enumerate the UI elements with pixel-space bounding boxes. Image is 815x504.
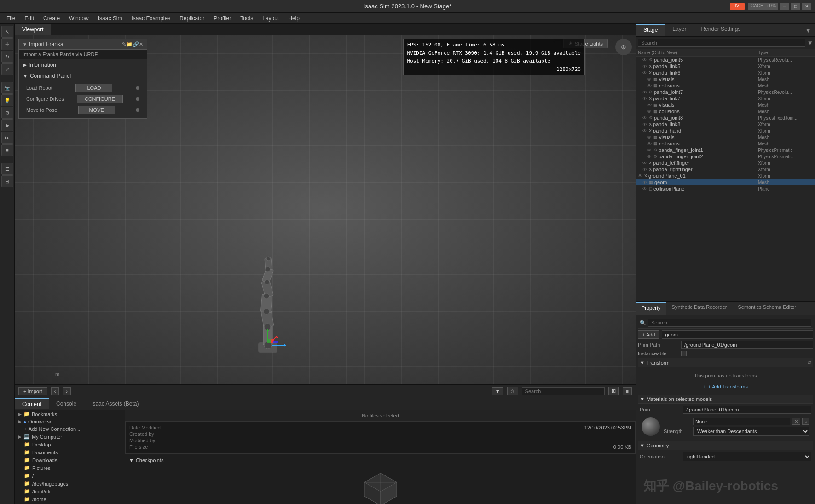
physics-btn[interactable]: ⚙ bbox=[1, 107, 13, 119]
information-header[interactable]: ▶ Information bbox=[19, 60, 147, 70]
stage-item-ground-plane[interactable]: 👁 XgroundPlane_01 Xform bbox=[636, 173, 815, 179]
viewport-tab[interactable]: Viewport bbox=[15, 24, 51, 35]
move-tool-btn[interactable]: ✛ bbox=[1, 38, 13, 50]
documents-item[interactable]: 📁Documents bbox=[15, 448, 125, 456]
instanceable-checkbox[interactable] bbox=[681, 351, 687, 356]
content-tab[interactable]: Content bbox=[15, 398, 49, 409]
play-btn[interactable]: ▶ bbox=[1, 119, 13, 131]
load-robot-btn[interactable]: LOAD bbox=[75, 84, 112, 92]
select-tool-btn[interactable]: ↖ bbox=[1, 26, 13, 38]
viewport[interactable]: ☀ Stage Lights ⊕ FPS: 152.08, Frame time… bbox=[15, 35, 636, 384]
stop-btn[interactable]: ■ bbox=[1, 144, 13, 156]
import-franka-close-btn[interactable]: ✕ bbox=[139, 41, 143, 47]
stage-item-collisions-3[interactable]: 👁 ▦collisions Mesh bbox=[636, 140, 815, 147]
geometry-section-header[interactable]: ▼ Geometry bbox=[638, 441, 813, 450]
boot-efi-item[interactable]: 📁/boot/efi bbox=[15, 487, 125, 495]
stage-item-panda-link5[interactable]: 👁 Xpanda_link5 Xform bbox=[636, 63, 815, 70]
extra-btn2[interactable]: ⊞ bbox=[1, 175, 13, 187]
stage-item-visuals-1[interactable]: 👁 ▦visuals Mesh bbox=[636, 76, 815, 82]
scale-tool-btn[interactable]: ⤢ bbox=[1, 63, 13, 75]
import-franka-link-btn[interactable]: 🔗 bbox=[133, 41, 139, 47]
stage-item-panda-rightfinger[interactable]: 👁 Xpanda_rightfinger Xform bbox=[636, 166, 815, 173]
filter-btn[interactable]: ▼ bbox=[492, 387, 503, 395]
stage-item-visuals-3[interactable]: 👁 ▦visuals Mesh bbox=[636, 134, 815, 140]
maximize-btn[interactable]: □ bbox=[791, 3, 800, 10]
mat-reset-btn[interactable]: ✕ bbox=[792, 418, 800, 425]
isaac-assets-tab[interactable]: Isaac Assets (Beta) bbox=[84, 399, 146, 409]
menu-create[interactable]: Create bbox=[39, 14, 64, 23]
import-btn[interactable]: + Import bbox=[18, 387, 47, 395]
stage-item-panda-joint5[interactable]: 👁 ⚙panda_joint5 PhysicsRevolu... bbox=[636, 57, 815, 63]
stage-filter-btn[interactable]: ▼ bbox=[801, 24, 815, 36]
stage-item-panda-link8[interactable]: 👁 Xpanda_link8 Xform bbox=[636, 121, 815, 127]
configure-drives-dot[interactable] bbox=[136, 97, 139, 101]
camera-btn[interactable]: 📷 bbox=[1, 82, 13, 94]
stage-item-panda-link6[interactable]: 👁 Xpanda_link6 Xform bbox=[636, 70, 815, 76]
property-tab[interactable]: Property bbox=[636, 302, 666, 315]
bookmarks-item[interactable]: ▶ 📁 Bookmarks bbox=[15, 410, 125, 418]
content-list-btn[interactable]: ≡ bbox=[623, 387, 632, 395]
bookmark-btn[interactable]: ☆ bbox=[507, 387, 518, 395]
synthetic-data-tab[interactable]: Synthetic Data Recorder bbox=[666, 302, 733, 315]
move-to-pose-btn[interactable]: MOVE bbox=[78, 106, 115, 114]
add-schema-btn[interactable]: + Add bbox=[638, 330, 659, 339]
stage-search-input[interactable] bbox=[638, 39, 805, 47]
semantics-tab[interactable]: Semantics Schema Editor bbox=[732, 302, 802, 315]
load-robot-dot[interactable] bbox=[136, 86, 139, 90]
omniverse-item[interactable]: ▶ ● Omniverse bbox=[15, 418, 125, 425]
transform-section-header[interactable]: ▼ Transform ⧉ bbox=[638, 358, 813, 367]
menu-window[interactable]: Window bbox=[64, 14, 93, 23]
extra-btn1[interactable]: ☰ bbox=[1, 163, 13, 175]
stage-item-panda-joint7[interactable]: 👁 ⚙panda_joint7 PhysicsRevolu... bbox=[636, 89, 815, 95]
stage-item-collision-plane[interactable]: 👁 ◻collisionPlane Plane bbox=[636, 185, 815, 192]
mat-open-btn[interactable]: ○ bbox=[802, 418, 809, 425]
step-btn[interactable]: ⏭ bbox=[1, 132, 13, 144]
hugepages-item[interactable]: 📁/dev/hugepages bbox=[15, 480, 125, 487]
render-settings-tab[interactable]: Render Settings bbox=[694, 24, 748, 36]
transform-copy-btn[interactable]: ⧉ bbox=[808, 359, 811, 365]
stage-tab[interactable]: Stage bbox=[636, 24, 665, 36]
menu-isaac-examples[interactable]: Isaac Examples bbox=[127, 14, 175, 23]
configure-drives-btn[interactable]: CONFIGURE bbox=[77, 95, 123, 103]
checkpoints-header[interactable]: ▼ Checkpoints bbox=[129, 456, 632, 464]
root-item[interactable]: 📁/ bbox=[15, 472, 125, 480]
stage-item-panda-hand[interactable]: 👁 Xpanda_hand Xform bbox=[636, 127, 815, 134]
menu-help[interactable]: Help bbox=[283, 14, 304, 23]
move-to-pose-dot[interactable] bbox=[136, 108, 139, 112]
menu-profiler[interactable]: Profiler bbox=[209, 14, 236, 23]
stage-item-collisions-1[interactable]: 👁 ▦collisions Mesh bbox=[636, 82, 815, 89]
desktop-item[interactable]: 📁Desktop bbox=[15, 440, 125, 448]
stage-item-panda-link7[interactable]: 👁 Xpanda_link7 Xform bbox=[636, 95, 815, 102]
add-connection-item[interactable]: + Add New Connection ... bbox=[15, 425, 125, 433]
menu-layout[interactable]: Layout bbox=[258, 14, 283, 23]
stage-item-panda-finger-joint1[interactable]: 👁 ⚙panda_finger_joint1 PhysicsPrismatic bbox=[636, 147, 815, 153]
rotate-tool-btn[interactable]: ↻ bbox=[1, 51, 13, 63]
menu-tools[interactable]: Tools bbox=[236, 14, 258, 23]
content-filter-btn2[interactable]: ⊞ bbox=[608, 387, 619, 395]
stage-search-filter-btn[interactable]: ▼ bbox=[807, 40, 813, 46]
import-franka-folder-btn[interactable]: 📁 bbox=[126, 41, 133, 47]
menu-isaac-sim[interactable]: Isaac Sim bbox=[93, 14, 127, 23]
import-franka-edit-btn[interactable]: ✎ bbox=[122, 41, 126, 47]
pictures-item[interactable]: 📁Pictures bbox=[15, 464, 125, 472]
minimize-btn[interactable]: ─ bbox=[780, 3, 789, 10]
prop-search-input[interactable] bbox=[648, 319, 811, 327]
stage-item-panda-leftfinger[interactable]: 👁 Xpanda_leftfinger Xform bbox=[636, 160, 815, 166]
layer-tab[interactable]: Layer bbox=[665, 24, 694, 36]
console-tab[interactable]: Console bbox=[49, 399, 84, 409]
menu-edit[interactable]: Edit bbox=[20, 14, 39, 23]
stage-item-panda-finger-joint2[interactable]: 👁 ⚙panda_finger_joint2 PhysicsPrismatic bbox=[636, 153, 815, 160]
stage-item-geom[interactable]: 👁 ▦geom Mesh bbox=[636, 179, 815, 185]
add-transforms-btn[interactable]: + + Add Transforms bbox=[640, 382, 811, 391]
orientation-select[interactable]: rightHanded bbox=[683, 452, 811, 461]
back-btn[interactable]: ‹ bbox=[51, 387, 59, 395]
close-btn[interactable]: ✕ bbox=[802, 3, 811, 10]
content-search-input[interactable] bbox=[522, 387, 605, 395]
materials-section-header[interactable]: ▼ Materials on selected models bbox=[638, 395, 813, 404]
stage-item-collisions-2[interactable]: 👁 ▦collisions Mesh bbox=[636, 108, 815, 115]
menu-file[interactable]: File bbox=[2, 14, 20, 23]
forward-btn[interactable]: › bbox=[63, 387, 71, 395]
stage-item-panda-joint8[interactable]: 👁 ⚙panda_joint8 PhysicsFixedJoin... bbox=[636, 115, 815, 121]
stage-item-visuals-2[interactable]: 👁 ▦visuals Mesh bbox=[636, 102, 815, 108]
my-computer-item[interactable]: ▶ 💻 My Computer bbox=[15, 433, 125, 440]
